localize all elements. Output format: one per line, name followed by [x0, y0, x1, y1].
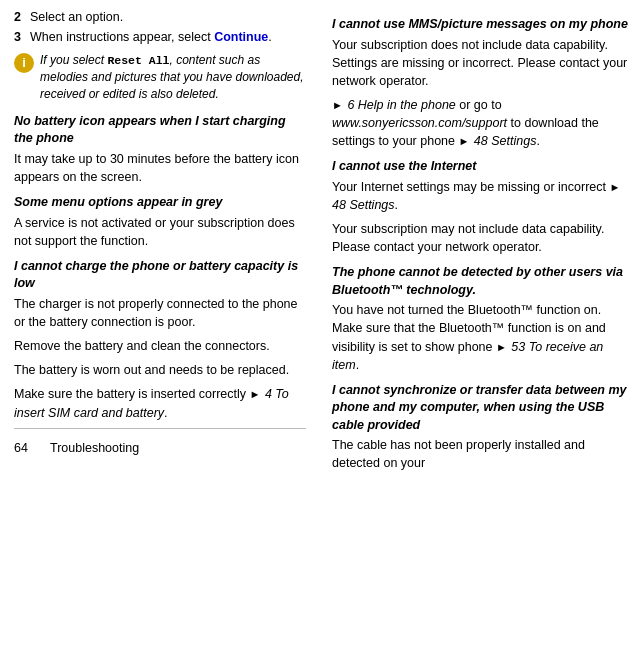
section-internet-settings-link[interactable]: 48 Settings — [332, 198, 395, 212]
left-column: 2 Select an option. 3 When instructions … — [0, 0, 320, 653]
section-no-battery-body: It may take up to 30 minutes before the … — [14, 150, 306, 186]
page-number: 64 — [14, 439, 42, 457]
section-mms-body1: Your subscription does not include data … — [332, 36, 629, 90]
section-mms-body2: ► 6 Help in the phone or go to www.sonye… — [332, 96, 629, 150]
section-charge-body1: The charger is not properly connected to… — [14, 295, 306, 331]
info-text: If you select Reset All, content such as… — [40, 52, 306, 103]
right-column: I cannot use MMS/picture messages on my … — [320, 0, 643, 653]
section-internet-body1-text: Your Internet settings may be missing or… — [332, 180, 609, 194]
arrow-mms2: ► — [458, 135, 469, 147]
arrow-left: ► — [250, 388, 261, 400]
info-text-pre: If you select — [40, 53, 107, 67]
section-charge-body3: The battery is worn out and needs to be … — [14, 361, 306, 379]
step-3-link[interactable]: Continue — [214, 30, 268, 44]
section-sync-body: The cable has not been properly installe… — [332, 436, 629, 472]
section-sync-heading: I cannot synchronize or transfer data be… — [332, 382, 629, 435]
section-internet-body1: Your Internet settings may be missing or… — [332, 178, 629, 214]
section-charge-body2: Remove the battery and clean the connect… — [14, 337, 306, 355]
step-3-line: 3 When instructions appear, select Conti… — [14, 28, 306, 46]
info-box: i If you select Reset All, content such … — [14, 52, 306, 103]
section-mms-help: 6 Help in the phone — [347, 98, 455, 112]
arrow-bt: ► — [496, 341, 507, 353]
section-bt-body: You have not turned the Bluetooth™ funct… — [332, 301, 629, 374]
info-code: Reset All — [107, 54, 169, 67]
section-bt-heading: The phone cannot be detected by other us… — [332, 264, 629, 299]
section-no-battery-heading: No battery icon appears when I start cha… — [14, 113, 306, 148]
step-3-text: When instructions appear, select Continu… — [30, 28, 272, 46]
arrow-internet: ► — [609, 181, 620, 193]
step-3-label: When instructions appear, select — [30, 30, 214, 44]
step-2-text: Select an option. — [30, 8, 123, 26]
section-mms-heading: I cannot use MMS/picture messages on my … — [332, 16, 629, 34]
section-internet-heading: I cannot use the Internet — [332, 158, 629, 176]
section-menu-grey-heading: Some menu options appear in grey — [14, 194, 306, 212]
step-3-number: 3 — [14, 28, 30, 46]
step-2-line: 2 Select an option. — [14, 8, 306, 26]
info-icon: i — [14, 53, 34, 73]
section-charge-heading: I cannot charge the phone or battery cap… — [14, 258, 306, 293]
section-charge-body4-pre: Make sure the battery is inserted correc… — [14, 387, 250, 401]
section-mms-or: or go to — [459, 98, 501, 112]
section-menu-grey-body: A service is not activated or your subsc… — [14, 214, 306, 250]
section-charge-body4: Make sure the battery is inserted correc… — [14, 385, 306, 421]
step-2-number: 2 — [14, 8, 30, 26]
footer-label: Troubleshooting — [50, 439, 139, 457]
section-internet-body2: Your subscription may not include data c… — [332, 220, 629, 256]
section-mms-url: www.sonyericsson.com/support — [332, 116, 507, 130]
arrow-mms: ► — [332, 99, 343, 111]
section-mms-settings-link[interactable]: 48 Settings — [474, 134, 537, 148]
